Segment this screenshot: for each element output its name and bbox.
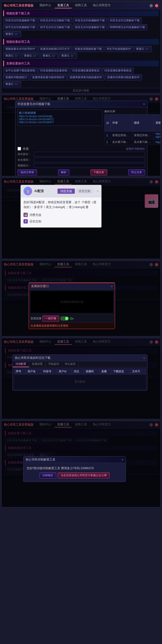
naming-input[interactable] <box>34 157 145 162</box>
nav-tab-official[interactable]: 热心市民官方 <box>90 3 113 8</box>
download-modal-title-bar: 抖音批量无水印视频下载 × <box>15 101 147 107</box>
save-path-label: 保存路径： <box>18 152 32 156</box>
nav-tab-live[interactable]: 直播工具 <box>55 3 72 8</box>
tool-extra1[interactable]: 番薯亿（） <box>3 31 21 37</box>
tool-douyin-live-bullet[interactable]: 抖音直播批量弹幕推流 <box>102 68 134 74</box>
live-modal-header: 直播操控窗口 × <box>29 283 115 290</box>
tool-kuaishou-home[interactable]: 快手无水印主页解析下载 <box>38 24 72 30</box>
col-link: 直链 <box>154 114 161 132</box>
tool-remove-watermark[interactable]: 视频批量去水印处理软件 <box>3 46 37 52</box>
ai-option-recharge[interactable]: 💰 消费充值 <box>23 212 99 218</box>
tool-douyin-live-watch[interactable]: 抖音直播批量观看推流 <box>70 68 102 74</box>
download-table-header: 热心市民市场实时过往下载 × <box>13 355 147 361</box>
tool-live-dialog[interactable]: 直播对话弹幕功能批量软件 <box>105 74 142 80</box>
tool-douyin-like[interactable]: 抖音无水印点赞解析下载 <box>108 18 142 24</box>
tool-xigua[interactable]: 西瓜无水印批量解析下载 <box>73 24 107 30</box>
dl-col-num: 序号 <box>14 369 26 374</box>
minimize-button[interactable] <box>150 4 153 7</box>
app-logo: 热心市民工具世界版版 <box>4 4 33 8</box>
notif-close[interactable]: × <box>122 458 123 462</box>
nav-tab-center[interactable]: 我的中心 <box>37 3 54 8</box>
tool-l1[interactable]: 番薯亿（） <box>3 81 21 87</box>
confirm-btn[interactable]: 法律规定 <box>39 472 56 478</box>
sample-link-3: https://v.douyin.com/iLbde67/ <box>19 121 54 124</box>
notif-buttons: 法律规定 点击后发送热心市民官方客服公众公测 <box>27 472 122 478</box>
tool-douyin-home[interactable]: 抖音无水印主页解析下载 <box>38 18 72 24</box>
format-label: 视频格式： <box>18 164 32 167</box>
live-modal-close[interactable]: × <box>111 285 113 288</box>
naming-label: 命名规则： <box>18 158 32 162</box>
col-desc: 描述 <box>132 114 154 132</box>
tool-kuaishou-batch[interactable]: 快手无水印批量解析下载 <box>3 24 37 30</box>
ai-tab-recharge[interactable]: 消息充值 <box>58 189 75 194</box>
tool-douyin-batch[interactable]: 抖音无水印批量解析下载 <box>3 18 37 24</box>
recharge-icon: 💰 <box>23 213 28 217</box>
ai-description: 您好!我是AI配音，有啥定制语音需要，这个 个模型（搭你好）: 多音字！英文 [… <box>23 200 99 209</box>
tool-live-bullet2[interactable]: 直播弹幕弹幕功能批量软件 <box>68 74 104 80</box>
tab-activity[interactable]: 活动配置 <box>13 361 29 367</box>
ai-close[interactable]: × <box>97 189 99 193</box>
col-id: id <box>105 114 111 132</box>
empty-row: 暂无数据 <box>14 374 146 389</box>
tab-expand[interactable]: 拓展设置 <box>29 361 46 367</box>
tool-add-logo[interactable]: 批量添加检测LOGO文字 <box>38 46 72 52</box>
section-video-download: 视频批量下载工具 <box>3 11 159 16</box>
tool-douyin-live-record[interactable]: 抖音直播推流批量录制 <box>38 68 69 74</box>
tool-p2[interactable]: 番薯亿（） <box>3 53 21 59</box>
dl-col-room: 直播间 <box>84 369 99 374</box>
dl-col-live: 直播 <box>99 369 111 374</box>
select-all-checkbox[interactable] <box>18 147 21 150</box>
contact-btn[interactable]: 点击后发送热心市民官方客服公众公测 <box>58 472 110 478</box>
tool-p1[interactable]: 番薯亿（） <box>134 46 152 52</box>
tool-live-bullet1[interactable]: 直播弹幕批量功能录制软件 <box>30 74 67 80</box>
ai-option-custom[interactable]: 🎙 语音定制 <box>23 218 99 225</box>
stop-button[interactable]: 停止任务 <box>128 169 145 175</box>
tool-p4[interactable]: 番薯亿（） <box>40 53 58 59</box>
row2-desc: 及次要只独一... <box>132 139 154 145</box>
tool-p3[interactable]: 番薯亿（） <box>22 53 40 59</box>
notif-title-bar: 热心市民对联解置工具 × <box>23 456 126 463</box>
tool-live-stats[interactable]: 直播软件数据统计 <box>3 74 29 80</box>
tool-all-live-record[interactable]: 全平台直播下载批量录制 <box>3 68 37 74</box>
notif-title: 热心市民对联解置工具 <box>26 458 55 462</box>
dl-col-status: 下载状态 <box>111 369 130 374</box>
ai-tab-custom[interactable]: 语音定制 <box>76 189 93 194</box>
download-modal-close[interactable]: × <box>143 102 145 106</box>
save-path-row: 保存路径： <box>18 152 145 156</box>
ai-header: 🤖 AI配音 消息充值 语音定制 × <box>21 185 101 197</box>
back-button[interactable]: 返回主界面 <box>18 169 37 175</box>
row1-desc: 发现过共他特殊... <box>132 132 154 139</box>
close-button[interactable] <box>155 4 158 7</box>
save-path-input[interactable] <box>34 152 145 156</box>
dl-col-user: 用户名 <box>26 369 41 374</box>
dl-col-follow: 关注 <box>72 369 84 374</box>
download-table-modal: 热心市民市场实时过往下载 × 活动配置 拓展设置 开始监控 停止监控 序号 用户… <box>12 354 147 391</box>
one-click-stream-btn[interactable]: 一键开播 <box>42 316 59 321</box>
parse-button[interactable]: 解析 <box>58 169 69 175</box>
tab-stop[interactable]: 停止监控 <box>62 361 79 367</box>
title-bar-1: 热心市民工具世界版版 我的中心 直播工具 矩阵工具 热心市民官方 <box>2 2 160 9</box>
ai-body: 您好!我是AI配音，有啥定制语音需要，这个 个模型（搭你好）: 多音字！英文 [… <box>21 197 101 227</box>
tab-start[interactable]: 开始监控 <box>46 361 62 367</box>
main-window-6: 热心市民工具世界版版 我的中心 直播工具 矩阵工具 热心市民官方 视频批量下载工… <box>1 421 161 507</box>
tool-douyin-fav[interactable]: 抖音无水印收藏解析下载 <box>73 18 107 24</box>
download-button[interactable]: 下载任务 <box>90 169 107 175</box>
video-download-tools: 抖音无水印批量解析下载 抖音无水印主页解析下载 抖音无水印收藏解析下载 抖音无水… <box>2 17 160 38</box>
format-input[interactable] <box>34 163 145 168</box>
tool-ai-text-video[interactable]: AI文字转成视频软件 <box>105 46 133 52</box>
download-table-close[interactable]: × <box>143 356 145 360</box>
tool-p5[interactable]: 番薯亿（） <box>59 53 77 59</box>
video-process-tools: 视频批量去水印处理软件 批量添加检测LOGO文字 批量发现视频批量下载 AI文字… <box>2 45 160 60</box>
col-author: 作者 <box>110 114 132 132</box>
nav-tab-matrix[interactable]: 矩阵工具 <box>72 3 90 8</box>
ai-modal: 🤖 AI配音 消息充值 语音定制 × 您好!我是AI配音，有啥定制语音需要，这个… <box>21 185 102 228</box>
download-table-content: 序号 用户名 抖音号 用户id 关注 直播间 直播 下载状态 文件尺 暂无数据 <box>13 367 147 390</box>
table-row: 暂无数据 <box>14 374 146 389</box>
results-header: 解析结果 <box>104 110 145 113</box>
row2-id: 2 <box>105 139 111 145</box>
footer-1: 双击进行搜索 <box>2 88 160 93</box>
tool-batch-download[interactable]: 批量发现视频批量下载 <box>73 46 104 52</box>
live-toggle[interactable] <box>60 316 69 321</box>
section-video-process: 视频批量处理工具 <box>3 39 159 45</box>
tool-bilibili[interactable]: 哔哩哔哩无水印批量解析下载 <box>108 24 147 30</box>
